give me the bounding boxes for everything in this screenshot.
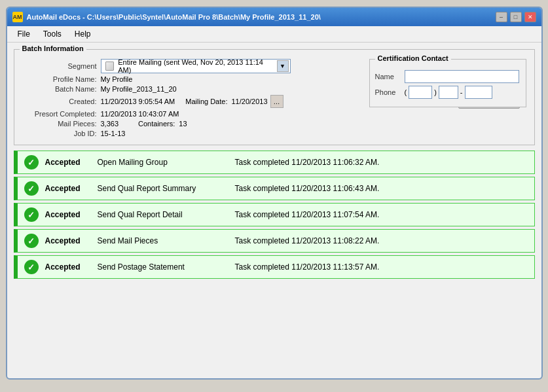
main-content: Batch Information Segment Entire Mailing… bbox=[7, 43, 541, 378]
task-name: Open Mailing Group bbox=[98, 158, 228, 167]
phone-dash: - bbox=[460, 88, 463, 96]
task-row: ✓ Accepted Send Mail Pieces Task complet… bbox=[14, 229, 535, 253]
task-check-icon: ✓ bbox=[24, 207, 39, 222]
segment-row: Segment Entire Mailing (sent Wed, Nov 20… bbox=[22, 59, 346, 73]
segment-dropdown[interactable]: Entire Mailing (sent Wed, Nov 20, 2013 1… bbox=[101, 59, 291, 73]
containers-value: 13 bbox=[179, 120, 187, 128]
tasks-list: ✓ Accepted Open Mailing Group Task compl… bbox=[14, 151, 535, 372]
segment-value: Entire Mailing (sent Wed, Nov 20, 2013 1… bbox=[118, 58, 274, 74]
phone-paren-close: ) bbox=[434, 88, 437, 96]
menu-bar: File Tools Help bbox=[7, 26, 541, 43]
cert-phone3-input[interactable] bbox=[465, 86, 492, 99]
task-name: Send Qual Report Summary bbox=[98, 184, 228, 193]
menu-file[interactable]: File bbox=[11, 27, 37, 41]
job-id-row: Job ID: 15-1-13 bbox=[22, 130, 346, 137]
profile-name-label: Profile Name: bbox=[22, 75, 101, 83]
certification-section: Certification Contact Name Phone ( bbox=[369, 59, 526, 107]
menu-tools[interactable]: Tools bbox=[37, 27, 68, 41]
task-status: Accepted bbox=[45, 184, 91, 193]
cert-name-input[interactable] bbox=[405, 70, 519, 83]
task-name: Send Qual Report Detail bbox=[98, 210, 228, 219]
close-button[interactable]: ✕ bbox=[524, 12, 536, 22]
cert-name-label: Name bbox=[375, 73, 405, 80]
mailing-date-button[interactable]: … bbox=[270, 95, 283, 108]
task-name: Send Postage Statement bbox=[98, 262, 228, 272]
mail-pieces-row: Mail Pieces: 3,363 Containers: 13 bbox=[22, 120, 346, 128]
profile-name-row: Profile Name: My Profile bbox=[22, 75, 346, 83]
task-result: Task completed 11/20/2013 11:08:22 AM. bbox=[235, 236, 380, 245]
containers-label: Containers: bbox=[138, 120, 175, 128]
window-title: AutoMail eDocs - C:\Users\Public\Syntel\… bbox=[27, 13, 321, 21]
maximize-button[interactable]: □ bbox=[510, 12, 522, 22]
presort-row: Presort Completed: 11/20/2013 10:43:07 A… bbox=[22, 110, 346, 118]
title-bar-left: AM AutoMail eDocs - C:\Users\Public\Synt… bbox=[12, 12, 321, 22]
task-check-icon: ✓ bbox=[24, 181, 39, 196]
phone-group: ( ) - bbox=[405, 86, 492, 99]
task-name: Send Mail Pieces bbox=[98, 236, 228, 245]
cert-phone-label: Phone bbox=[375, 88, 405, 96]
task-check-icon: ✓ bbox=[24, 155, 39, 169]
presort-value: 11/20/2013 10:43:07 AM bbox=[101, 110, 179, 118]
batch-name-label: Batch Name: bbox=[22, 85, 101, 93]
mailing-date-label: Mailing Date: bbox=[185, 98, 227, 105]
task-check-icon: ✓ bbox=[24, 234, 39, 248]
batch-name-value: My Profile_2013_11_20 bbox=[101, 85, 177, 93]
cert-phone1-input[interactable] bbox=[409, 86, 432, 99]
task-result: Task completed 11/20/2013 11:06:43 AM. bbox=[235, 184, 380, 193]
job-id-value: 15-1-13 bbox=[101, 130, 126, 137]
task-row: ✓ Accepted Send Qual Report Detail Task … bbox=[14, 203, 535, 226]
window-controls: – □ ✕ bbox=[496, 12, 536, 22]
created-value: 11/20/2013 9:05:54 AM bbox=[101, 98, 175, 105]
created-row: Created: 11/20/2013 9:05:54 AM Mailing D… bbox=[22, 95, 346, 108]
task-result: Task completed 11/20/2013 11:06:32 AM. bbox=[235, 158, 380, 167]
batch-fields-left: Segment Entire Mailing (sent Wed, Nov 20… bbox=[22, 59, 346, 139]
dropdown-arrow-icon[interactable]: ▼ bbox=[277, 60, 289, 72]
task-status: Accepted bbox=[45, 158, 91, 167]
menu-help[interactable]: Help bbox=[68, 27, 98, 41]
task-check-icon: ✓ bbox=[24, 260, 39, 274]
task-status: Accepted bbox=[45, 262, 91, 272]
main-window: AM AutoMail eDocs - C:\Users\Public\Synt… bbox=[6, 7, 543, 380]
cert-name-row: Name bbox=[375, 70, 521, 83]
batch-section-title: Batch Information bbox=[20, 45, 86, 52]
app-icon: AM bbox=[12, 12, 23, 22]
mailing-date-value: 11/20/2013 bbox=[231, 98, 267, 105]
segment-icon bbox=[105, 62, 115, 71]
certification-title: Certification Contact bbox=[375, 54, 451, 62]
task-status: Accepted bbox=[45, 236, 91, 245]
profile-name-value: My Profile bbox=[101, 75, 133, 83]
task-result: Task completed 11/20/2013 11:07:54 AM. bbox=[235, 210, 380, 219]
task-row: ✓ Accepted Open Mailing Group Task compl… bbox=[14, 151, 535, 174]
presort-label: Presort Completed: bbox=[22, 110, 101, 118]
cert-phone-row: Phone ( ) - bbox=[375, 86, 521, 99]
minimize-button[interactable]: – bbox=[496, 12, 507, 22]
mail-pieces-label: Mail Pieces: bbox=[22, 120, 101, 128]
title-bar: AM AutoMail eDocs - C:\Users\Public\Synt… bbox=[7, 8, 541, 26]
task-row: ✓ Accepted Send Postage Statement Task c… bbox=[14, 255, 535, 279]
batch-section: Batch Information Segment Entire Mailing… bbox=[14, 49, 535, 145]
segment-label: Segment bbox=[22, 62, 101, 70]
mail-pieces-value: 3,363 bbox=[101, 120, 119, 128]
cert-phone2-input[interactable] bbox=[439, 86, 458, 99]
job-id-label: Job ID: bbox=[22, 130, 101, 137]
batch-name-row: Batch Name: My Profile_2013_11_20 bbox=[22, 85, 346, 93]
task-row: ✓ Accepted Send Qual Report Summary Task… bbox=[14, 177, 535, 200]
task-result: Task completed 11/20/2013 11:13:57 AM. bbox=[235, 262, 380, 272]
task-status: Accepted bbox=[45, 210, 91, 219]
created-label: Created: bbox=[22, 98, 101, 105]
phone-paren-open: ( bbox=[405, 88, 407, 96]
